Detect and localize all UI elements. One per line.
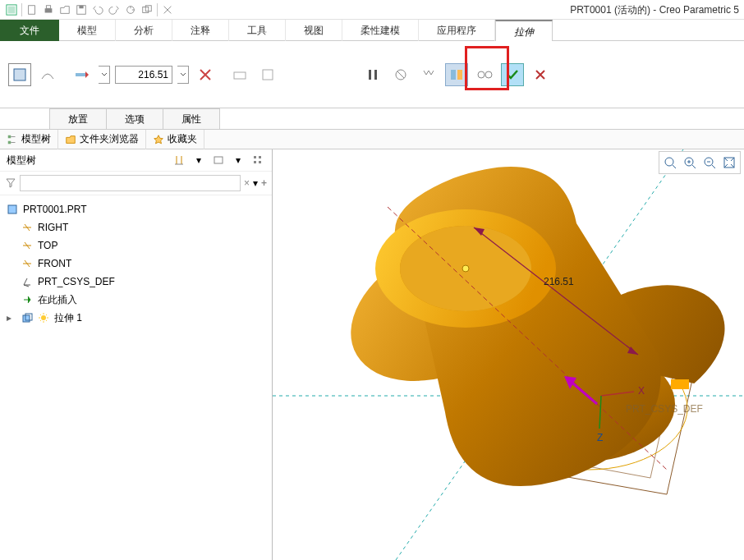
svg-rect-24	[254, 156, 256, 158]
tree-header: 模型树	[7, 154, 36, 168]
tab-annotate[interactable]: 注释	[172, 20, 229, 41]
csys-icon	[21, 276, 33, 287]
no-preview-icon[interactable]	[389, 63, 412, 86]
cancel-button[interactable]	[529, 63, 552, 86]
svg-rect-23	[214, 157, 223, 163]
svg-rect-12	[234, 72, 246, 79]
viewport[interactable]: 216.51 X Z PRT_CSYS_DEF	[273, 149, 744, 560]
tree-tool-dd-2[interactable]: ▾	[231, 153, 246, 168]
solid-icon[interactable]	[8, 63, 31, 86]
regen-icon[interactable]	[122, 2, 139, 18]
filter-add-icon[interactable]: +	[261, 177, 267, 189]
svg-point-40	[462, 265, 469, 272]
tree-root[interactable]: PRT0001.PRT	[3, 200, 269, 218]
svg-rect-6	[79, 5, 83, 8]
expander-icon[interactable]: ▸	[7, 312, 16, 324]
refit-icon[interactable]	[720, 154, 738, 172]
accept-button[interactable]	[501, 63, 524, 86]
depth-type-icon[interactable]	[71, 63, 94, 86]
extrude-icon	[21, 312, 33, 324]
browser-model-tree-label: 模型树	[21, 132, 51, 146]
svg-rect-15	[374, 70, 377, 80]
tree-csys-label: PRT_CSYS_DEF	[38, 276, 115, 287]
tab-view[interactable]: 视图	[286, 20, 342, 41]
tree-datum-top[interactable]: TOP	[3, 236, 269, 255]
tab-tools[interactable]: 工具	[229, 20, 286, 41]
svg-rect-3	[45, 8, 53, 12]
preview-attached-icon[interactable]	[445, 63, 468, 86]
verify-icon[interactable]	[417, 63, 440, 86]
tab-apps[interactable]: 应用程序	[419, 20, 495, 41]
filter-dd-icon[interactable]: ▾	[253, 177, 258, 189]
subtab-properties[interactable]: 属性	[163, 108, 220, 129]
svg-rect-22	[8, 140, 11, 144]
tree-top-label: TOP	[38, 240, 57, 251]
tree-tool-3-icon[interactable]	[250, 153, 265, 168]
browser-folders[interactable]: 文件夹浏览器	[58, 130, 146, 149]
tab-extrude[interactable]: 拉伸	[495, 20, 553, 41]
svg-text:Z: Z	[597, 432, 603, 443]
zoom-out-icon[interactable]	[700, 154, 719, 172]
filter-clear-icon[interactable]: ×	[244, 177, 250, 189]
browser-folders-label: 文件夹浏览器	[80, 132, 139, 146]
pause-icon[interactable]	[361, 63, 384, 86]
flip-icon[interactable]	[194, 63, 217, 86]
svg-rect-10	[14, 69, 25, 80]
glasses-icon[interactable]	[473, 63, 496, 86]
svg-rect-27	[259, 161, 261, 163]
svg-rect-26	[259, 156, 261, 158]
svg-rect-52	[671, 379, 689, 389]
filter-icon[interactable]	[5, 177, 16, 190]
tree-datum-right[interactable]: RIGHT	[3, 218, 269, 236]
tab-file[interactable]: 文件	[0, 20, 59, 41]
svg-text:X: X	[638, 385, 645, 397]
subtab-placement[interactable]: 放置	[49, 108, 107, 129]
remove-material-icon[interactable]	[228, 63, 251, 86]
save-icon[interactable]	[73, 2, 90, 18]
svg-text:PRT_CSYS_DEF: PRT_CSYS_DEF	[626, 403, 703, 415]
tree-tool-2-icon[interactable]	[211, 153, 226, 168]
tree-front-label: FRONT	[38, 258, 71, 269]
surface-icon[interactable]	[36, 63, 59, 86]
open-icon[interactable]	[57, 2, 73, 18]
tab-model[interactable]: 模型	[59, 20, 116, 41]
new-icon[interactable]	[24, 2, 40, 18]
datum-icon	[21, 258, 33, 269]
windows-icon[interactable]	[139, 2, 155, 18]
svg-rect-25	[254, 161, 256, 163]
tree-tool-dd-1[interactable]: ▾	[191, 153, 206, 168]
svg-rect-1	[8, 6, 16, 13]
close-icon[interactable]	[159, 2, 176, 18]
zoom-fit-icon[interactable]	[661, 154, 679, 172]
tab-flex[interactable]: 柔性建模	[342, 20, 419, 41]
tree-csys[interactable]: PRT_CSYS_DEF	[3, 273, 269, 291]
print-icon[interactable]	[40, 2, 57, 18]
tree-datum-front[interactable]: FRONT	[3, 255, 269, 273]
subtab-options[interactable]: 选项	[106, 108, 163, 129]
app-menu-icon[interactable]	[3, 2, 20, 18]
undo-icon[interactable]	[90, 2, 106, 18]
browser-model-tree[interactable]: 模型树	[0, 130, 58, 149]
browser-favorites-label: 收藏夹	[168, 132, 197, 146]
svg-rect-2	[29, 5, 35, 14]
browser-favorites[interactable]: 收藏夹	[146, 130, 204, 149]
redo-icon[interactable]	[106, 2, 122, 18]
svg-point-53	[665, 158, 673, 166]
dimension-label: 216.51	[544, 276, 574, 287]
tree-insert-here[interactable]: 在此插入	[3, 291, 269, 309]
tree-tool-1-icon[interactable]	[172, 153, 186, 168]
insert-icon	[21, 294, 33, 305]
filter-input[interactable]	[20, 175, 241, 191]
tree-root-label: PRT0001.PRT	[23, 204, 87, 215]
tab-analysis[interactable]: 分析	[116, 20, 172, 41]
datum-icon	[21, 240, 33, 251]
thicken-icon[interactable]	[256, 63, 279, 86]
tree-extrude-feature[interactable]: ▸ 拉伸 1	[3, 309, 269, 327]
datum-icon	[21, 222, 33, 233]
depth-type-dropdown[interactable]	[99, 66, 110, 84]
depth-input-dropdown[interactable]	[177, 66, 189, 84]
zoom-in-icon[interactable]	[681, 154, 699, 172]
svg-rect-4	[46, 5, 50, 8]
svg-point-20	[485, 71, 492, 78]
depth-input[interactable]	[115, 66, 172, 84]
